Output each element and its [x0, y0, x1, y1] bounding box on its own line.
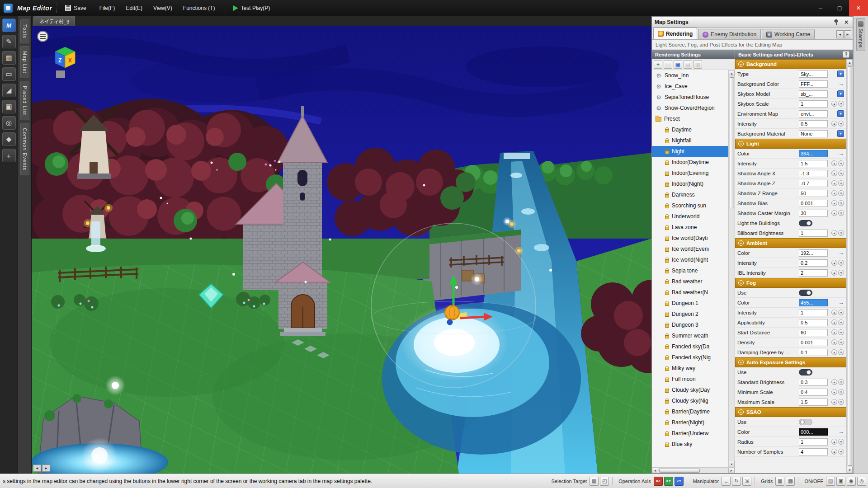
value-field[interactable]: 0.5	[799, 120, 828, 127]
list-scrollbar[interactable]: ▲ ▼	[728, 70, 735, 467]
value-field[interactable]: 50	[799, 190, 828, 197]
rendering-setting-item[interactable]: Dungeon 3	[652, 319, 728, 330]
3d-scene-canvas[interactable]	[32, 26, 651, 474]
stepper-down-button[interactable]: ▼	[838, 160, 844, 166]
rendering-setting-item[interactable]: ⚙Ice_Cave	[652, 81, 728, 92]
rendering-setting-item[interactable]: Underworld	[652, 211, 728, 222]
export-button[interactable]: ▤	[684, 60, 692, 69]
magnifier-icon[interactable]: ◎	[2, 116, 16, 130]
move-icon[interactable]: ↔	[722, 477, 731, 486]
value-field[interactable]: 455...	[799, 299, 828, 306]
panel-close-button[interactable]: ×	[843, 19, 850, 26]
add-button[interactable]: +	[654, 60, 662, 69]
stepper-down-button[interactable]: ▼	[838, 399, 844, 405]
rendering-setting-item[interactable]: Lava zone	[652, 222, 728, 233]
rendering-setting-item[interactable]: Night	[652, 146, 728, 157]
rendering-setting-item[interactable]: Indoor(Evening	[652, 168, 728, 178]
stepper-down-button[interactable]: ▼	[838, 190, 844, 196]
toggle-switch[interactable]	[799, 290, 812, 296]
stepper-down-button[interactable]: ▼	[838, 260, 844, 266]
value-field[interactable]: 0.2	[799, 259, 828, 267]
stepper-up-button[interactable]: ▲	[831, 230, 837, 236]
value-field[interactable]: -1.3	[799, 170, 828, 177]
rendering-setting-item[interactable]: Daytime	[652, 124, 728, 135]
stepper-up-button[interactable]: ▲	[831, 379, 837, 385]
rendering-setting-item[interactable]: Indoor(Night)	[652, 178, 728, 189]
value-field[interactable]: 1.5	[799, 160, 828, 167]
stepper-down-button[interactable]: ▼	[838, 210, 844, 216]
rendering-setting-item[interactable]: Bad weather(N	[652, 287, 728, 298]
value-field[interactable]: sb_...	[799, 90, 828, 98]
rendering-setting-item[interactable]: Milky way	[652, 363, 728, 374]
rendering-setting-item[interactable]: Bad weather	[652, 276, 728, 287]
tab-scroll-left[interactable]: ◄	[836, 30, 844, 38]
display-icon[interactable]: ▣	[836, 477, 845, 486]
stepper-down-button[interactable]: ▼	[838, 379, 844, 385]
list-horizontal-scrollbar[interactable]: ◄ ►	[652, 467, 735, 473]
section-fog[interactable]: ▾Fog	[735, 278, 846, 288]
stepper-up-button[interactable]: ▲	[831, 121, 837, 127]
scroll-up-icon[interactable]: ▲	[847, 59, 853, 66]
rendering-setting-item[interactable]: Darkness	[652, 189, 728, 200]
menu-edit-e[interactable]: Edit(E)	[121, 3, 147, 14]
menu-view-v[interactable]: View(V)	[148, 3, 177, 14]
side-tab-common-events[interactable]: Common Events	[20, 123, 29, 175]
toggle-switch[interactable]	[799, 369, 812, 375]
rotate-icon[interactable]: ↻	[732, 477, 741, 486]
axis-zy-chip[interactable]: ZY	[675, 477, 684, 486]
rendering-setting-item[interactable]: Full moon	[652, 374, 728, 385]
stepper-down-button[interactable]: ▼	[838, 101, 844, 107]
rendering-setting-item[interactable]: Sepia tone	[652, 265, 728, 276]
stepper-down-button[interactable]: ▼	[838, 449, 844, 455]
map-tab[interactable]: ネイティ村_3	[33, 16, 75, 26]
value-field[interactable]: -0.7	[799, 180, 828, 187]
value-field[interactable]: 192...	[799, 249, 828, 257]
tab-enemy-distribution[interactable]: Enemy Distribution	[698, 29, 761, 39]
picker-arrow-button[interactable]: →	[838, 250, 844, 256]
stepper-down-button[interactable]: ▼	[838, 310, 844, 315]
rendering-setting-item[interactable]: Cloudy sky(Nig	[652, 395, 728, 406]
map-viewport[interactable]: ネイティ村_3	[32, 16, 651, 474]
stepper-down-button[interactable]: ▼	[838, 339, 844, 345]
value-field[interactable]: envi...	[799, 110, 828, 117]
toggle-switch[interactable]	[799, 220, 812, 226]
rendering-setting-item[interactable]: Nightfall	[652, 135, 728, 146]
section-ssao[interactable]: ▾SSAO	[735, 407, 846, 417]
rendering-setting-item[interactable]: Indoor(Daytime	[652, 157, 728, 168]
slope-icon[interactable]: ◢	[2, 84, 16, 97]
menu-file-f[interactable]: File(F)	[94, 3, 120, 14]
stepper-up-button[interactable]: ▲	[831, 319, 837, 325]
value-field[interactable]: 364...	[799, 150, 828, 157]
tab-rendering[interactable]: Rendering	[653, 28, 697, 39]
value-field[interactable]: 0.5	[799, 319, 828, 326]
stepper-down-button[interactable]: ▼	[838, 319, 844, 325]
minimize-button[interactable]: –	[811, 0, 830, 16]
value-field[interactable]: 1	[799, 438, 828, 446]
rendering-setting-item[interactable]: Preset	[652, 113, 728, 124]
dropdown-button[interactable]: ▼	[837, 130, 844, 137]
object-target-icon[interactable]: ◰	[600, 477, 609, 486]
value-field[interactable]: 2	[799, 269, 828, 277]
dropdown-button[interactable]: ▼	[837, 90, 844, 97]
3d-scene[interactable]	[32, 26, 651, 474]
stepper-up-button[interactable]: ▲	[831, 329, 837, 335]
rendering-setting-item[interactable]: Barrier(Daytime	[652, 406, 728, 417]
dropdown-button[interactable]: ▼	[837, 110, 844, 117]
scroll-thumb[interactable]	[848, 66, 852, 466]
stepper-down-button[interactable]: ▼	[838, 200, 844, 206]
stepper-up-button[interactable]: ▲	[831, 210, 837, 216]
terrain-block-icon[interactable]: ▦	[2, 51, 16, 65]
viewport-scroll-right[interactable]: ►	[42, 465, 50, 472]
stepper-down-button[interactable]: ▼	[838, 349, 844, 355]
stepper-down-button[interactable]: ▼	[838, 389, 844, 395]
stepper-up-button[interactable]: ▲	[831, 190, 837, 196]
side-tab-map-list[interactable]: Map List	[20, 46, 29, 79]
section-background[interactable]: ▾Background	[735, 59, 846, 69]
camera-icon[interactable]: ◉	[847, 477, 856, 486]
layers-icon[interactable]: ▤	[826, 477, 835, 486]
axis-xz-chip[interactable]: XZ	[654, 477, 663, 486]
value-field[interactable]: 30	[799, 210, 828, 217]
rendering-setting-item[interactable]: Ice world(Dayti	[652, 233, 728, 244]
stepper-down-button[interactable]: ▼	[838, 439, 844, 445]
close-button[interactable]: ×	[849, 0, 868, 16]
